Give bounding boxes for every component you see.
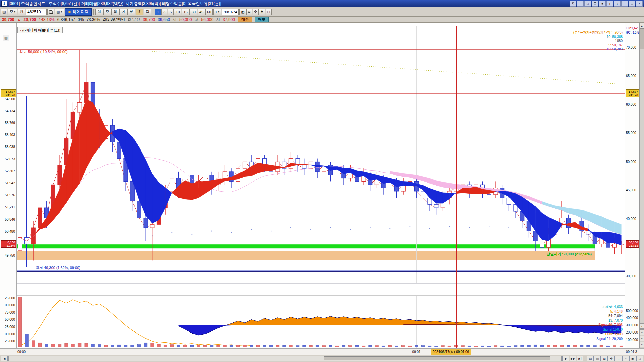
- crosshair-vertical-line: [456, 26, 457, 348]
- period-button-월[interactable]: 월: [111, 9, 119, 15]
- period-button-일[interactable]: 일: [95, 9, 103, 15]
- scroll-track[interactable]: [8, 356, 562, 361]
- window-control-3[interactable]: ❐: [592, 1, 598, 7]
- window-control-5[interactable]: T: [606, 1, 613, 7]
- tick-interval-button-3[interactable]: 3: [161, 9, 167, 15]
- left-current-price-marker: 0,1001,13%: [1, 240, 16, 248]
- bottom-tool-icon-1[interactable]: ▥: [594, 356, 601, 361]
- vscroll-thumb[interactable]: [640, 28, 644, 49]
- sub-right-axis-tick-0: 500,000: [626, 309, 638, 313]
- window-control-7[interactable]: –: [621, 1, 628, 7]
- grid-icon[interactable]: ▦: [3, 35, 9, 41]
- tick-interval-button-10[interactable]: 10: [174, 9, 181, 15]
- favorites-label: 주: [9, 9, 13, 14]
- sub-left-axis-tick-5: 00,000: [5, 332, 15, 336]
- zoom-button-0[interactable]: −: [640, 329, 644, 335]
- toolbar-tool-icon-1[interactable]: ≋: [246, 9, 252, 15]
- lc-label: LC:1,62: [626, 26, 638, 30]
- left-axis-tick: 54,134: [5, 109, 15, 113]
- period-button-년[interactable]: 년: [119, 9, 127, 15]
- search-button[interactable]: [47, 9, 54, 15]
- toolbar: ▤ 주 ▼ 전 ▥ ▼ ▣ 라메디텍 일주월년분초틱 1351015304560…: [0, 7, 644, 17]
- jeon-button[interactable]: 전: [18, 9, 25, 15]
- right-crosshair-price-marker-line-1: 241,73: [627, 93, 638, 97]
- high-price-label: 고: [195, 17, 199, 22]
- bottom-tool-icon-7[interactable]: □: [636, 356, 643, 361]
- toolbar-tool-icon-3[interactable]: ✱: [259, 9, 265, 15]
- window-control-1[interactable]: –: [577, 1, 584, 7]
- tick-interval-button-45[interactable]: 45: [198, 9, 205, 15]
- bottom-tool-icon-6[interactable]: ▣: [629, 356, 636, 361]
- scroll-nav-button-0[interactable]: ▶: [562, 356, 569, 361]
- period-button-주[interactable]: 주: [103, 9, 111, 15]
- scroll-nav-button-2[interactable]: ▶|: [577, 356, 583, 361]
- best-bid: 39,700: [143, 17, 155, 22]
- titlebar: 1 [0601] 주식종합차트 - 주식수[8,651(천)] 거래대금[289…: [0, 0, 644, 7]
- left-current-price-marker-line-1: 1,13%: [2, 244, 15, 247]
- period-button-분[interactable]: 분: [127, 9, 135, 15]
- sub-left-axis-tick-1: 00,000: [5, 303, 15, 307]
- main-legend-0: (고가+저가+종가)/제가지수 20(0): [573, 31, 623, 34]
- bottom-tool-icon-0[interactable]: ▤: [587, 356, 594, 361]
- bottom-tool-icon-3[interactable]: ✛: [608, 356, 615, 361]
- sub-legend-1: 5: 4,146: [610, 310, 623, 313]
- crosshair-time-label: 2024/06/17(월) 09:01:06: [431, 349, 471, 355]
- zoom-button-2[interactable]: A: [640, 342, 644, 347]
- interval-dropdown[interactable]: 1 ▼: [213, 9, 221, 15]
- tick-interval-button-30[interactable]: 30: [190, 9, 197, 15]
- window-control-0[interactable]: ⇱: [570, 1, 576, 7]
- current-price: 39,700: [2, 17, 14, 22]
- buy-button[interactable]: 매수: [238, 17, 252, 22]
- scroll-left-button-0[interactable]: ◀: [1, 356, 8, 361]
- favorites-dropdown[interactable]: 주 ▼: [8, 9, 17, 15]
- overlay-checkbox[interactable]: □: [266, 9, 272, 15]
- stock-code-input[interactable]: [26, 9, 47, 15]
- indicator-icon: ▪: [20, 27, 21, 33]
- scroll-up-button[interactable]: ▲: [640, 23, 644, 28]
- window-control-6[interactable]: ?: [614, 1, 621, 7]
- right-crosshair-price-marker-line-0: 54,677: [627, 90, 638, 93]
- scroll-nav-button-1[interactable]: ▶▶: [570, 356, 576, 361]
- right-current-price-marker-line-1: 213,13: [627, 244, 638, 247]
- bottom-tool-icon-4[interactable]: ↔: [615, 356, 622, 361]
- ratio-2: 73.36%: [86, 17, 100, 22]
- left-axis-tick: 51,211: [5, 205, 15, 209]
- best-quote-label: 최우선: [128, 17, 140, 22]
- volume-indicator-chart[interactable]: 거래량: 4,0335: 4,14654: 7,09413: 7,070Sign…: [17, 295, 625, 348]
- period-button-초[interactable]: 초: [136, 9, 143, 15]
- tick-interval-button-60[interactable]: 60: [205, 9, 213, 15]
- vertical-scrollbar[interactable]: ▲▼−+A: [639, 23, 644, 348]
- chart-type-dropdown[interactable]: ▥ ▼: [55, 9, 64, 15]
- sub-legend-2: 54: 7,094: [608, 314, 623, 318]
- main-legend-2: 1880: [615, 39, 623, 43]
- open-price-value: 50,000: [179, 17, 192, 22]
- scroll-down-button[interactable]: ▼: [640, 323, 644, 329]
- amount-value: 293,897백만: [103, 17, 125, 22]
- toolbar-icon-group: ◩≋✛✱: [239, 9, 265, 15]
- indicator-label[interactable]: ▪ 라메디텍 매물대 수(13): [17, 27, 63, 33]
- tick-interval-button-5[interactable]: 5: [168, 9, 174, 15]
- sell-button[interactable]: 매도: [255, 17, 269, 22]
- window-control-2[interactable]: □: [584, 1, 591, 7]
- toolbar-tool-icon-0[interactable]: ◩: [239, 9, 246, 15]
- right-price-axis: 70,00065,00060,00055,00050,00045,00040,0…: [625, 23, 639, 348]
- change-percent: 148.13%: [39, 17, 54, 22]
- chart-menu-button[interactable]: ▤: [1, 9, 7, 15]
- left-axis-tick: 53,038: [5, 145, 15, 149]
- window-control-9[interactable]: ×: [636, 1, 643, 7]
- period-button-틱[interactable]: 틱: [144, 9, 151, 15]
- window-control-8[interactable]: □: [629, 1, 635, 7]
- bottom-tool-icon-5[interactable]: ≡: [622, 356, 629, 361]
- right-axis-tick: 30,000: [626, 274, 636, 278]
- scroll-left-group: ◀: [1, 356, 8, 361]
- bottom-tool-icon-2[interactable]: ⊞: [601, 356, 608, 361]
- tick-interval-button-1[interactable]: 1: [155, 9, 161, 15]
- main-price-chart[interactable]: 최고 56,000 (-10,54%, 09:00)최저 49,300 (1,6…: [17, 26, 625, 287]
- scroll-thumb[interactable]: [324, 356, 550, 360]
- toolbar-separator: [93, 9, 94, 15]
- window-control-4[interactable]: ■: [599, 1, 606, 7]
- zoom-button-1[interactable]: +: [640, 336, 644, 341]
- toolbar-tool-icon-2[interactable]: ✛: [253, 9, 259, 15]
- tick-interval-button-15[interactable]: 15: [182, 9, 189, 15]
- stock-name-tag[interactable]: ▣ 라메디텍: [65, 8, 92, 16]
